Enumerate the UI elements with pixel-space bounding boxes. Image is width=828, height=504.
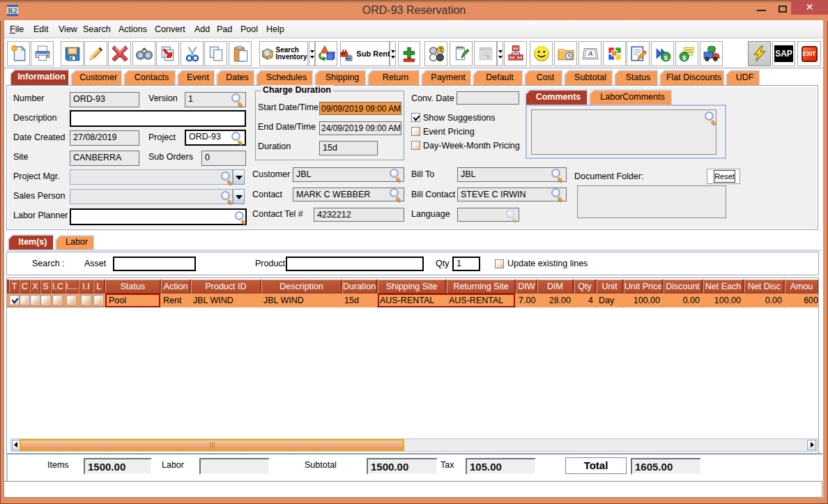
svg-text:$: $: [682, 54, 686, 61]
svg-text:$: $: [664, 54, 668, 61]
svg-text:?: ?: [438, 46, 442, 53]
svg-text:A: A: [587, 49, 592, 57]
